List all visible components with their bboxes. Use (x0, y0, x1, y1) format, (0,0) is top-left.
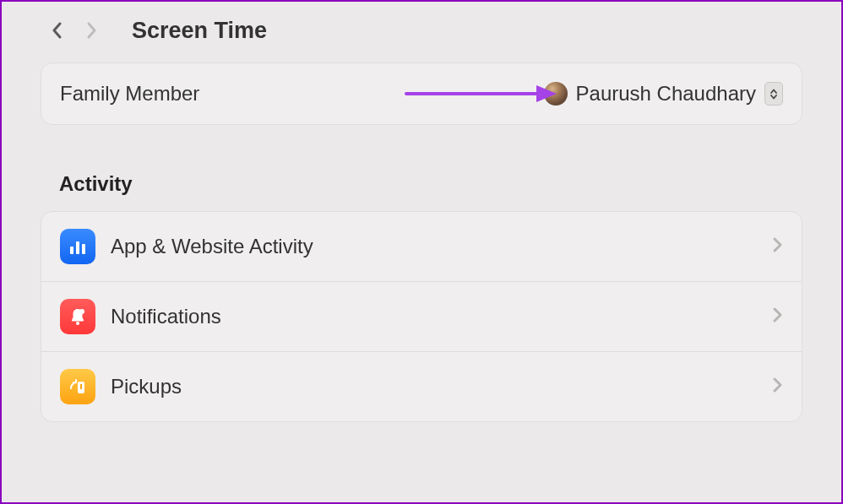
pickup-phone-icon (60, 369, 95, 404)
svg-rect-3 (76, 241, 79, 254)
avatar (544, 82, 568, 106)
row-label: Pickups (111, 375, 756, 398)
activity-card: App & Website Activity Notifications (41, 211, 802, 422)
up-down-stepper-icon[interactable] (764, 82, 783, 106)
bar-chart-icon (60, 229, 95, 264)
row-label: App & Website Activity (111, 235, 756, 258)
chevron-right-icon (771, 306, 783, 327)
nav-back-button[interactable] (44, 17, 71, 44)
header-bar: Screen Time (2, 17, 841, 62)
activity-section-title: Activity (59, 172, 841, 196)
page-title: Screen Time (132, 18, 267, 44)
svg-point-6 (79, 309, 84, 314)
chevron-right-icon (771, 236, 783, 257)
family-card: Family Member Paurush Chaudhary (41, 62, 802, 125)
nav-forward-button (78, 17, 105, 44)
row-app-website-activity[interactable]: App & Website Activity (41, 212, 802, 281)
svg-point-5 (76, 322, 79, 325)
row-notifications[interactable]: Notifications (41, 281, 802, 351)
svg-rect-8 (79, 383, 83, 390)
family-member-selector[interactable]: Paurush Chaudhary (544, 82, 783, 106)
family-member-label: Family Member (60, 82, 199, 106)
row-pickups[interactable]: Pickups (41, 351, 802, 421)
svg-rect-2 (70, 247, 73, 254)
svg-rect-4 (82, 244, 85, 254)
row-label: Notifications (111, 305, 756, 328)
annotation-arrow-icon (405, 84, 557, 104)
family-member-row[interactable]: Family Member Paurush Chaudhary (41, 63, 802, 124)
chevron-right-icon (771, 377, 783, 397)
family-member-name: Paurush Chaudhary (576, 82, 756, 106)
bell-icon (60, 299, 95, 334)
